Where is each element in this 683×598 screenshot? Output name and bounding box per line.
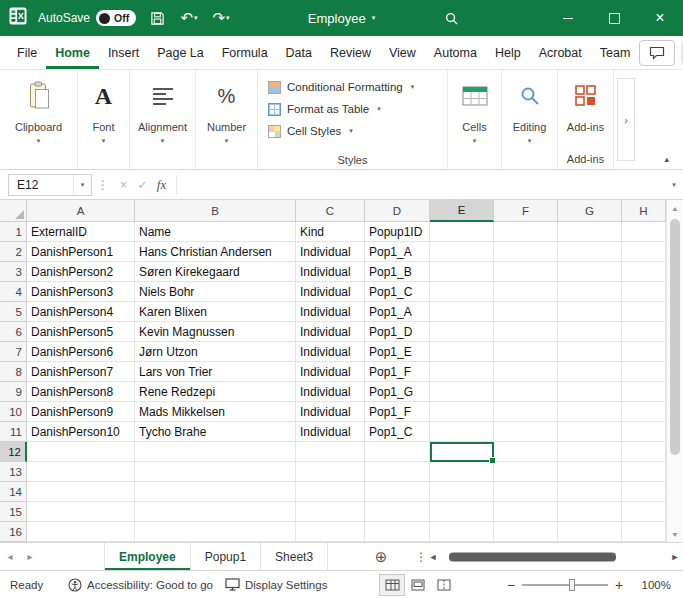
- cell-H1[interactable]: [622, 222, 666, 242]
- cell-F3[interactable]: [494, 262, 558, 282]
- ribbon-tab-formula[interactable]: Formula: [213, 36, 277, 69]
- cell-B2[interactable]: Hans Christian Andersen: [135, 242, 296, 262]
- column-header-D[interactable]: D: [365, 200, 430, 222]
- cell-D10[interactable]: Pop1_F: [365, 402, 430, 422]
- cell-D14[interactable]: [365, 482, 430, 502]
- cell-D4[interactable]: Pop1_C: [365, 282, 430, 302]
- column-header-B[interactable]: B: [135, 200, 296, 222]
- accessibility-status[interactable]: Accessibility: Good to go: [68, 578, 213, 592]
- vertical-scrollbar[interactable]: ▲ ▼: [666, 200, 683, 542]
- cell-B10[interactable]: Mads Mikkelsen: [135, 402, 296, 422]
- cell-F1[interactable]: [494, 222, 558, 242]
- cell-C14[interactable]: [296, 482, 365, 502]
- cell-C1[interactable]: Kind: [296, 222, 365, 242]
- cell-C5[interactable]: Individual: [296, 302, 365, 322]
- cell-D7[interactable]: Pop1_E: [365, 342, 430, 362]
- ribbon-tab-page-la[interactable]: Page La: [148, 36, 213, 69]
- cell-B7[interactable]: Jørn Utzon: [135, 342, 296, 362]
- cell-H10[interactable]: [622, 402, 666, 422]
- column-header-F[interactable]: F: [494, 200, 558, 222]
- cell-C10[interactable]: Individual: [296, 402, 365, 422]
- expand-formula-bar-button[interactable]: ▾: [665, 181, 683, 189]
- cell-F4[interactable]: [494, 282, 558, 302]
- cell-A4[interactable]: DanishPerson3: [27, 282, 135, 302]
- font-group-button[interactable]: A Font ▾: [78, 70, 130, 169]
- ribbon-tab-data[interactable]: Data: [277, 36, 321, 69]
- cell-E9[interactable]: [430, 382, 494, 402]
- cell-G7[interactable]: [558, 342, 622, 362]
- cell-E10[interactable]: [430, 402, 494, 422]
- vertical-scroll-track[interactable]: [667, 216, 683, 526]
- zoom-slider[interactable]: [522, 577, 608, 593]
- cell-E4[interactable]: [430, 282, 494, 302]
- ribbon-tab-help[interactable]: Help: [486, 36, 530, 69]
- cell-G4[interactable]: [558, 282, 622, 302]
- cell-H8[interactable]: [622, 362, 666, 382]
- alignment-group-button[interactable]: Alignment ▾: [130, 70, 196, 169]
- vertical-scroll-thumb[interactable]: [670, 219, 680, 455]
- sheet-nav-left-icon[interactable]: ◂: [0, 543, 20, 570]
- ribbon-tab-automa[interactable]: Automa: [425, 36, 486, 69]
- cell-A13[interactable]: [27, 462, 135, 482]
- cell-H3[interactable]: [622, 262, 666, 282]
- cell-B4[interactable]: Niels Bohr: [135, 282, 296, 302]
- row-header-14[interactable]: 14: [0, 482, 27, 502]
- cell-G10[interactable]: [558, 402, 622, 422]
- cell-A2[interactable]: DanishPerson1: [27, 242, 135, 262]
- document-title[interactable]: Employee ▾: [308, 0, 375, 36]
- horizontal-scroll-thumb[interactable]: [449, 553, 616, 562]
- cells-group-button[interactable]: Cells ▾: [448, 70, 502, 169]
- cell-C16[interactable]: [296, 522, 365, 542]
- cell-E6[interactable]: [430, 322, 494, 342]
- cell-D16[interactable]: [365, 522, 430, 542]
- cell-H2[interactable]: [622, 242, 666, 262]
- cell-H9[interactable]: [622, 382, 666, 402]
- cell-B11[interactable]: Tycho Brahe: [135, 422, 296, 442]
- cell-G6[interactable]: [558, 322, 622, 342]
- ribbon-tab-acrobat[interactable]: Acrobat: [530, 36, 591, 69]
- cell-G16[interactable]: [558, 522, 622, 542]
- cell-B1[interactable]: Name: [135, 222, 296, 242]
- cell-F5[interactable]: [494, 302, 558, 322]
- formula-input[interactable]: [182, 170, 665, 199]
- horizontal-scrollbar[interactable]: ◄ ►: [425, 544, 683, 570]
- cell-E14[interactable]: [430, 482, 494, 502]
- insert-function-button[interactable]: fx: [152, 177, 171, 193]
- styles-item-format-as-table[interactable]: Format as Table▾: [268, 98, 414, 120]
- cell-B15[interactable]: [135, 502, 296, 522]
- chevron-down-icon[interactable]: ▾: [73, 175, 91, 195]
- zoom-slider-thumb[interactable]: [569, 579, 575, 591]
- row-header-11[interactable]: 11: [0, 422, 27, 442]
- clipboard-group-button[interactable]: Clipboard ▾: [0, 70, 78, 169]
- cell-G13[interactable]: [558, 462, 622, 482]
- column-header-E[interactable]: E: [430, 200, 494, 222]
- cell-F7[interactable]: [494, 342, 558, 362]
- zoom-level[interactable]: 100%: [627, 579, 683, 591]
- column-header-G[interactable]: G: [558, 200, 622, 222]
- cell-D15[interactable]: [365, 502, 430, 522]
- cell-B9[interactable]: Rene Redzepi: [135, 382, 296, 402]
- cell-A9[interactable]: DanishPerson8: [27, 382, 135, 402]
- number-group-button[interactable]: % Number ▾: [196, 70, 258, 169]
- row-header-2[interactable]: 2: [0, 242, 27, 262]
- ribbon-tab-view[interactable]: View: [380, 36, 425, 69]
- cell-H4[interactable]: [622, 282, 666, 302]
- drag-handle-icon[interactable]: ⋮: [97, 178, 109, 192]
- row-header-15[interactable]: 15: [0, 502, 27, 522]
- row-header-5[interactable]: 5: [0, 302, 27, 322]
- row-header-4[interactable]: 4: [0, 282, 27, 302]
- sheet-tab-popup1[interactable]: Popup1: [191, 543, 261, 570]
- scroll-down-icon[interactable]: ▼: [667, 526, 683, 542]
- row-header-12[interactable]: 12: [0, 442, 27, 462]
- cell-D2[interactable]: Pop1_A: [365, 242, 430, 262]
- autosave-toggle[interactable]: Off: [96, 10, 136, 26]
- editing-group-button[interactable]: Editing ▾: [502, 70, 558, 169]
- cell-E1[interactable]: [430, 222, 494, 242]
- cell-D6[interactable]: Pop1_D: [365, 322, 430, 342]
- zoom-out-button[interactable]: −: [503, 577, 519, 593]
- cell-A5[interactable]: DanishPerson4: [27, 302, 135, 322]
- addins-group[interactable]: Add-ins Add-ins: [558, 70, 614, 169]
- cell-B16[interactable]: [135, 522, 296, 542]
- cell-B5[interactable]: Karen Blixen: [135, 302, 296, 322]
- cell-H16[interactable]: [622, 522, 666, 542]
